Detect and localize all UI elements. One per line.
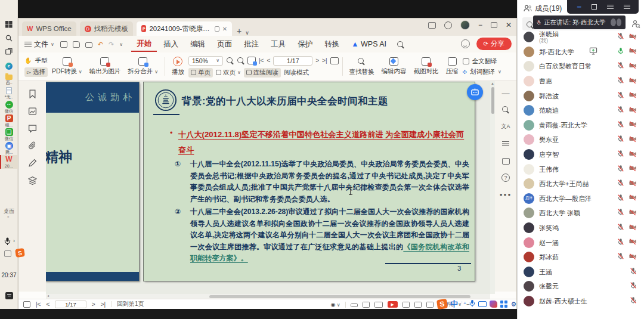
participant-row[interactable]: 赵茜-西大硕士生 [518, 294, 644, 309]
participant-row[interactable]: 白百欣梨教育日常 [518, 59, 644, 74]
close-button[interactable]: ✕ [506, 21, 512, 29]
full-translate-button[interactable]: 全文翻译 [463, 57, 501, 66]
taskbar-item-notepad-icon[interactable]: *无.. [0, 86, 18, 100]
taskbar-item-search-icon[interactable] [0, 32, 18, 45]
menu-tab-5[interactable]: 批注 [239, 38, 264, 51]
tab-current-document[interactable]: P 20241009-雷晓康-贯彻党的二 ✕ [137, 21, 232, 36]
camera-muted-icon[interactable] [628, 179, 637, 188]
undo-icon[interactable]: ↶ [98, 41, 103, 48]
rail-translate-icon[interactable]: 文A [501, 122, 510, 131]
participant-row[interactable]: 西北大学 张颖 [518, 206, 644, 221]
collapse-rail-icon[interactable]: — [501, 88, 510, 98]
next-page-button[interactable]: > [315, 57, 319, 64]
meeting-restore-icon[interactable] [592, 4, 597, 10]
mic-on-icon[interactable] [617, 47, 624, 57]
mic-muted-icon[interactable] [630, 267, 637, 277]
menu-tab-4[interactable]: 页面 [212, 38, 237, 51]
participant-row[interactable]: 郑冰茹 [518, 250, 644, 265]
single-page-button[interactable]: 单页 [188, 68, 213, 78]
wps-ai-fab[interactable] [467, 84, 483, 100]
double-page-view-icon[interactable] [374, 302, 383, 308]
camera-muted-icon[interactable] [628, 253, 637, 262]
fit-page-icon[interactable] [402, 302, 410, 308]
participant-row[interactable]: 赵一涵 [518, 235, 644, 250]
bookmark-icon[interactable] [28, 89, 37, 98]
mic-muted-icon[interactable] [617, 106, 624, 115]
ime-chinese-mode-icon[interactable]: 中 [450, 299, 458, 309]
taskbar-item-powerpoint-icon[interactable]: P组... [0, 114, 18, 128]
back-to-first-page-button[interactable]: 回到第1页 [117, 300, 144, 308]
statusbar-last-page[interactable]: >| [101, 301, 106, 308]
camera-muted-icon[interactable] [628, 224, 637, 233]
camera-muted-icon[interactable] [628, 91, 637, 100]
double-page-button[interactable]: 双页∨ [216, 69, 241, 77]
camera-muted-icon[interactable] [628, 106, 637, 115]
menu-tab-1[interactable]: 开始 [131, 37, 157, 52]
document-viewport[interactable]: 公诚勤朴 精神 背景:党的十八大以来历届中央全会时间和主题 • 十八大(2012… [46, 81, 490, 294]
participant-list[interactable]: 张晓娟(我)郑-西北大学白百欣梨教育日常曹惠郭浩波范晓迪黄雨薇-西北大学樊东亚唐… [518, 30, 644, 308]
single-page-view-icon[interactable] [363, 302, 370, 308]
zoom-select[interactable]: 150%∨ [188, 56, 223, 66]
mic-muted-icon[interactable] [617, 120, 624, 130]
rotate-doc-icon[interactable] [247, 57, 256, 64]
layers-icon[interactable] [28, 176, 37, 185]
zoom-in-icon[interactable] [237, 57, 244, 64]
find-member-icon[interactable] [631, 19, 640, 30]
export-image-button[interactable]: 输出为图片 [86, 54, 124, 79]
new-tab-button[interactable]: + [237, 26, 242, 36]
ime-cursor-icon[interactable]: ˙⁺ [461, 301, 466, 308]
menu-tab-9[interactable]: ▲ WPS AI [346, 38, 392, 50]
account-avatar[interactable] [460, 20, 470, 30]
statusbar-first-page[interactable]: |< [36, 301, 41, 308]
book-view-icon[interactable] [330, 57, 339, 64]
pen-annotation-icon[interactable] [28, 159, 37, 168]
participant-row[interactable]: 郑-西北大学 [518, 45, 644, 60]
meeting-layout-icon[interactable] [624, 5, 629, 10]
statusbar-page-indicator[interactable]: 1/17 [55, 301, 86, 308]
desktop-toolbar-chevron[interactable]: » [7, 215, 9, 218]
camera-muted-icon[interactable] [628, 150, 637, 159]
participant-row[interactable]: 启洋西北大学—殷启洋 [518, 191, 644, 206]
camera-muted-icon[interactable] [628, 77, 637, 86]
tab-docer-templates[interactable]: D 找稻壳模板 [80, 21, 134, 36]
ime-toolbox-icon[interactable] [500, 301, 507, 308]
participant-row[interactable]: 西北大学+王尚喆 [518, 176, 644, 191]
attachment-icon[interactable] [28, 141, 37, 150]
taskbar-item-wechat-window-icon[interactable]: ❏微信 [0, 128, 18, 141]
vertical-scrollbar[interactable]: ▲ [490, 81, 495, 294]
restore-button[interactable] [491, 22, 497, 28]
mic-muted-icon[interactable] [617, 238, 624, 247]
camera-muted-icon[interactable] [628, 209, 637, 218]
sogou-logo-icon[interactable]: S [436, 299, 448, 309]
zoom-out-icon[interactable] [226, 57, 234, 64]
horizontal-scrollbar-thumb[interactable] [209, 295, 470, 298]
save-icon[interactable] [73, 41, 80, 48]
participant-row[interactable]: 范晓迪 [518, 103, 644, 118]
taskbar-item-wechat-icon[interactable]: ··微信 [0, 100, 18, 114]
skin-globe-icon[interactable] [444, 21, 452, 29]
mic-muted-icon[interactable] [617, 91, 624, 101]
mic-muted-icon[interactable] [617, 252, 624, 262]
screenshot-compare-button[interactable]: 截图对比 [411, 54, 442, 79]
taskbar-item-windows-logo[interactable] [0, 18, 18, 32]
fit-width-icon[interactable] [414, 302, 422, 308]
menubar-search-icon[interactable] [397, 41, 404, 48]
camera-muted-icon[interactable] [628, 238, 637, 247]
print-icon[interactable] [85, 42, 92, 48]
last-page-button[interactable]: >| [322, 57, 327, 64]
ime-skin-icon[interactable] [490, 301, 497, 308]
system-clock[interactable]: 20:37 [0, 272, 18, 278]
undo-chevron[interactable]: ∨ [119, 42, 123, 47]
vertical-scrollbar-thumb[interactable] [491, 87, 494, 114]
notification-center-icon[interactable] [5, 292, 13, 299]
select-tool-button[interactable]: ▻选择 [24, 67, 48, 77]
rail-search-icon[interactable] [501, 106, 510, 114]
tray-mic-icon[interactable] [4, 237, 11, 247]
taskbar-item-folder-icon[interactable]: 西.. [0, 73, 18, 86]
edit-content-button[interactable]: 编辑内容 [379, 54, 410, 79]
mic-muted-icon[interactable] [617, 179, 624, 188]
menu-tab-6[interactable]: 工具 [265, 38, 291, 51]
ui-mode-icon[interactable] [461, 39, 470, 48]
mic-muted-icon[interactable] [617, 61, 624, 71]
rail-help-icon[interactable]: ? [501, 174, 510, 182]
